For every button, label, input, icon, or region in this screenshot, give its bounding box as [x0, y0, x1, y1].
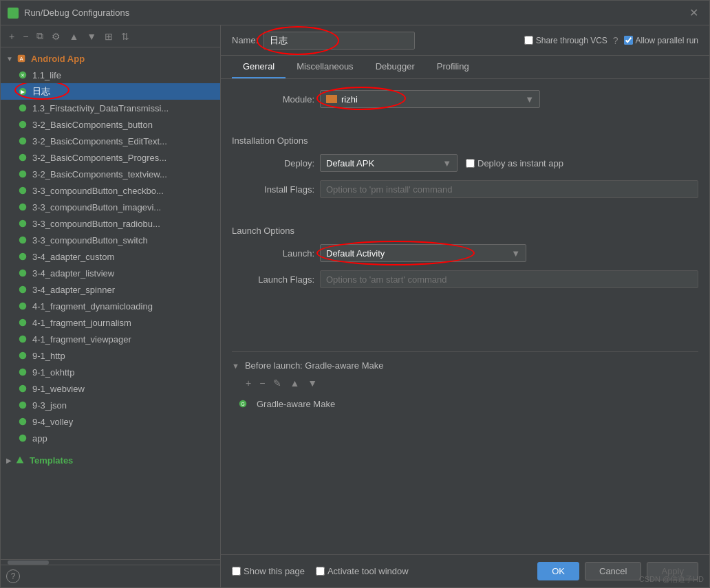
config-item-7[interactable]: 3-3_compoundButton_checkbo...: [1, 182, 220, 199]
android-app-section: ▼ A Android App ✕: [1, 47, 220, 449]
config-item-18[interactable]: 9-1_okhttp: [1, 364, 220, 380]
launch-flags-input[interactable]: [320, 270, 698, 288]
ok-button[interactable]: OK: [537, 562, 579, 580]
allow-parallel-checkbox-label[interactable]: Allow parallel run: [624, 36, 698, 45]
launch-dropdown-arrow: ▼: [511, 248, 520, 259]
config-label-5: 3-2_BasicComponents_Progres...: [32, 153, 166, 163]
tab-profiling[interactable]: Profiling: [426, 56, 480, 78]
svg-rect-29: [326, 95, 337, 103]
android-icon-5: [17, 152, 28, 163]
launch-dropdown[interactable]: Default Activity ▼: [320, 244, 526, 262]
svg-point-17: [19, 270, 27, 277]
config-item-11[interactable]: 3-4_adapter_custom: [1, 248, 220, 265]
left-panel: + − ⧉ ⚙ ▲ ▼ ⊞ ⇅ ▼ A: [1, 25, 221, 587]
vcs-help-icon[interactable]: ?: [613, 35, 618, 46]
config-label-1: 日志: [32, 85, 50, 98]
install-flags-control: [320, 180, 698, 198]
title-bar: Run/Debug Configurations ✕: [1, 1, 709, 25]
config-item-2[interactable]: 1.3_Firstactivity_DataTransmissi...: [1, 100, 220, 116]
instant-app-label[interactable]: Deploy as instant app: [466, 158, 563, 168]
config-item-19[interactable]: 9-1_webview: [1, 380, 220, 397]
config-item-1[interactable]: ▶ 日志: [1, 83, 220, 100]
allow-parallel-checkbox[interactable]: [624, 36, 633, 45]
config-item-14[interactable]: 4-1_fragment_dynamicloading: [1, 298, 220, 314]
help-button[interactable]: ?: [6, 569, 20, 583]
move-up-button[interactable]: ▲: [66, 30, 81, 43]
sort-button[interactable]: ⇅: [118, 30, 132, 43]
share-vcs-checkbox[interactable]: [524, 36, 533, 45]
activate-tool-checkbox[interactable]: [316, 567, 325, 576]
config-label-6: 3-2_BasicComponents_textview...: [32, 169, 167, 179]
android-icon-22: [17, 433, 28, 444]
bottom-panel: Show this page Activate tool window OK C…: [221, 554, 709, 587]
config-item-12[interactable]: 3-4_adapter_listview: [1, 265, 220, 281]
name-input[interactable]: [263, 32, 415, 50]
android-icon-21: [17, 416, 28, 427]
edit-task-button[interactable]: ✎: [270, 376, 284, 390]
config-item-0[interactable]: ✕ 1.1_life: [1, 67, 220, 83]
activate-tool-label[interactable]: Activate tool window: [316, 566, 409, 576]
android-icon-8: [17, 202, 28, 213]
add-config-button[interactable]: +: [6, 30, 17, 43]
gradle-make-label: Gradle-aware Make: [257, 399, 335, 409]
tab-miscellaneous[interactable]: Miscellaneous: [286, 56, 364, 78]
svg-point-12: [19, 187, 27, 195]
before-launch-collapse-arrow[interactable]: ▼: [232, 362, 239, 370]
config-item-15[interactable]: 4-1_fragment_journalism: [1, 314, 220, 331]
share-vcs-checkbox-label[interactable]: Share through VCS: [524, 36, 607, 45]
close-button[interactable]: ✕: [685, 5, 702, 21]
tree-scrollbar[interactable]: [1, 559, 220, 565]
remove-config-button[interactable]: −: [20, 30, 31, 43]
show-page-label[interactable]: Show this page: [232, 566, 305, 576]
before-launch-title: Before launch: Gradle-aware Make: [245, 360, 384, 371]
group-button[interactable]: ⊞: [102, 30, 116, 43]
android-app-label: Android App: [31, 54, 85, 64]
config-item-21[interactable]: 9-4_volley: [1, 413, 220, 430]
svg-point-20: [19, 319, 27, 327]
move-down-button[interactable]: ▼: [84, 30, 99, 43]
config-item-16[interactable]: 4-1_fragment_viewpager: [1, 331, 220, 347]
config-item-9[interactable]: 3-3_compoundButton_radiobu...: [1, 215, 220, 232]
config-item-4[interactable]: 3-2_BasicComponents_EditText...: [1, 133, 220, 149]
android-icon-17: [17, 350, 28, 361]
config-item-5[interactable]: 3-2_BasicComponents_Progres...: [1, 149, 220, 166]
cancel-button[interactable]: Cancel: [585, 562, 641, 580]
launch-flags-row: Launch Flags:: [232, 270, 698, 288]
task-down-button[interactable]: ▼: [305, 376, 320, 390]
android-icon-1: ▶: [17, 86, 28, 97]
launch-flags-label: Launch Flags:: [232, 274, 314, 285]
before-launch-toolbar: + − ✎ ▲ ▼: [232, 376, 698, 390]
remove-task-button[interactable]: −: [257, 376, 268, 390]
tab-general[interactable]: General: [232, 56, 286, 78]
svg-text:▶: ▶: [21, 89, 25, 95]
config-item-22[interactable]: app: [1, 430, 220, 446]
deploy-controls: Default APK ▼ Deploy as instant app: [320, 154, 563, 172]
android-icon-10: [17, 235, 28, 246]
install-flags-input[interactable]: [320, 180, 698, 198]
module-value: rizhi: [341, 94, 519, 105]
config-item-8[interactable]: 3-3_compoundButton_imagevi...: [1, 199, 220, 215]
config-item-13[interactable]: 3-4_adapter_spinner: [1, 281, 220, 298]
templates-group[interactable]: ▶ Templates: [1, 452, 220, 468]
settings-button[interactable]: ⚙: [49, 30, 63, 43]
tab-debugger[interactable]: Debugger: [365, 56, 426, 78]
bottom-left: Show this page Activate tool window: [232, 566, 409, 576]
instant-app-text: Deploy as instant app: [477, 158, 563, 168]
gradle-icon: G: [237, 398, 248, 409]
task-up-button[interactable]: ▲: [287, 376, 302, 390]
config-item-6[interactable]: 3-2_BasicComponents_textview...: [1, 166, 220, 182]
deploy-dropdown[interactable]: Default APK ▼: [320, 154, 458, 172]
instant-app-checkbox[interactable]: [466, 159, 475, 168]
android-app-group[interactable]: ▼ A Android App: [1, 50, 220, 67]
deploy-label: Deploy:: [232, 158, 314, 168]
module-dropdown[interactable]: rizhi ▼: [320, 90, 540, 108]
show-page-checkbox[interactable]: [232, 567, 241, 576]
config-item-20[interactable]: 9-3_json: [1, 397, 220, 413]
copy-config-button[interactable]: ⧉: [34, 29, 46, 43]
dialog-title: Run/Debug Configurations: [24, 8, 129, 18]
add-task-button[interactable]: +: [243, 376, 254, 390]
config-item-10[interactable]: 3-3_compoundButton_switch: [1, 232, 220, 248]
config-item-17[interactable]: 9-1_http: [1, 347, 220, 364]
config-item-3[interactable]: 3-2_BasicComponents_button: [1, 116, 220, 133]
name-row: Name:: [232, 32, 415, 50]
